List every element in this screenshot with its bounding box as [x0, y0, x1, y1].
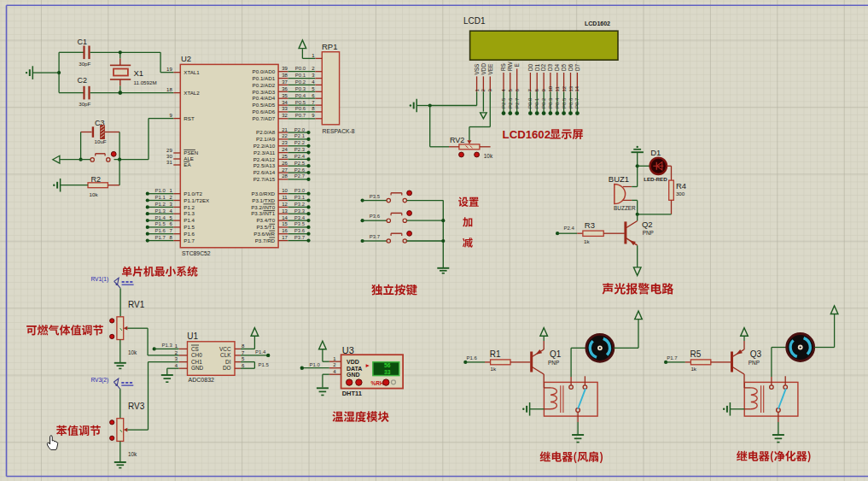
svg-text:U1: U1 [187, 331, 198, 341]
svg-text:P0.3: P0.3 [295, 86, 306, 91]
svg-text:P2.3/A11: P2.3/A11 [253, 150, 276, 155]
svg-text:P1.6: P1.6 [466, 355, 477, 361]
svg-text:EA: EA [184, 161, 191, 167]
svg-text:P2.5/A13: P2.5/A13 [253, 162, 276, 168]
svg-text:P0.7: P0.7 [295, 113, 306, 118]
svg-text:P3.4: P3.4 [294, 215, 306, 220]
svg-text:P3.1: P3.1 [294, 195, 306, 200]
svg-text:CLK: CLK [220, 352, 231, 358]
svg-text:P1.0: P1.0 [155, 188, 166, 193]
svg-text:Q3: Q3 [750, 349, 762, 359]
svg-text:RV1(1): RV1(1) [90, 276, 108, 283]
svg-text:10: 10 [548, 85, 553, 91]
svg-text:30: 30 [166, 154, 172, 159]
svg-text:35: 35 [282, 93, 288, 98]
svg-text:13: 13 [282, 208, 288, 214]
svg-text:DO: DO [223, 365, 231, 371]
svg-text:P3.3: P3.3 [294, 208, 306, 214]
svg-text:P2.5: P2.5 [294, 161, 306, 166]
svg-text:23: 23 [282, 140, 288, 145]
svg-text:D7: D7 [574, 63, 580, 71]
svg-text:28: 28 [282, 173, 288, 179]
svg-text:10k: 10k [128, 349, 137, 355]
svg-text:CS: CS [191, 346, 199, 352]
svg-text:DHT11: DHT11 [342, 390, 362, 397]
svg-text:P2.2: P2.2 [294, 140, 306, 145]
svg-text:P2.5: P2.5 [501, 97, 506, 109]
svg-text:P1.2: P1.2 [184, 204, 195, 210]
svg-text:1k: 1k [690, 366, 696, 372]
svg-text:P0.2: P0.2 [295, 79, 306, 85]
svg-text:P1.7: P1.7 [184, 238, 195, 243]
svg-text:P0.5: P0.5 [295, 100, 306, 105]
svg-text:P3.4/T0: P3.4/T0 [256, 217, 275, 223]
svg-text:U2: U2 [181, 54, 191, 63]
svg-text:10uF: 10uF [95, 138, 107, 144]
svg-text:P1.4: P1.4 [255, 349, 266, 355]
svg-text:RST: RST [184, 115, 195, 121]
svg-text:PSEN: PSEN [184, 150, 198, 155]
svg-text:D0: D0 [527, 63, 533, 71]
svg-text:P3.1/TXD: P3.1/TXD [252, 197, 275, 203]
svg-text:29: 29 [166, 148, 172, 153]
svg-text:15: 15 [282, 221, 288, 226]
svg-text:P0.1: P0.1 [534, 97, 539, 109]
svg-text:21: 21 [282, 127, 288, 132]
svg-text:P2.1: P2.1 [294, 133, 306, 138]
svg-text:VSS: VSS [474, 64, 480, 75]
svg-text:D4: D4 [554, 63, 560, 71]
svg-text:12: 12 [562, 85, 567, 91]
svg-text:D5: D5 [561, 63, 567, 71]
svg-text:P2.0: P2.0 [294, 127, 306, 132]
svg-text:10k: 10k [484, 153, 493, 159]
svg-text:14: 14 [282, 215, 288, 220]
svg-text:P3.6: P3.6 [370, 214, 381, 219]
svg-text:CH0: CH0 [191, 352, 202, 358]
svg-text:P1.5: P1.5 [155, 221, 166, 226]
svg-text:1k: 1k [584, 238, 590, 244]
svg-text:LCD1: LCD1 [463, 16, 486, 26]
svg-text:P2.6/A14: P2.6/A14 [253, 169, 276, 175]
svg-text:ADC0832: ADC0832 [189, 377, 214, 383]
svg-text:10: 10 [282, 188, 288, 193]
svg-text:P2.1/A9: P2.1/A9 [256, 136, 276, 142]
svg-text:P2.6: P2.6 [508, 97, 513, 109]
svg-text:P2.0/A8: P2.0/A8 [256, 129, 276, 135]
svg-text:P3.7/RD: P3.7/RD [255, 238, 276, 243]
svg-text:26: 26 [282, 161, 288, 166]
svg-text:LCD1602: LCD1602 [503, 128, 551, 141]
svg-text:LED-RED: LED-RED [644, 176, 667, 182]
svg-text:VDD: VDD [347, 359, 359, 365]
svg-text:1k: 1k [491, 366, 497, 372]
svg-text:X1: X1 [134, 68, 144, 78]
svg-text:33: 33 [384, 369, 391, 375]
svg-text:56: 56 [384, 362, 391, 368]
svg-text:30pF: 30pF [79, 61, 90, 67]
svg-text:RP1: RP1 [322, 42, 337, 51]
svg-text:P3.2: P3.2 [294, 202, 306, 207]
svg-text:P3.6: P3.6 [294, 228, 306, 233]
svg-text:BUZ1: BUZ1 [609, 174, 629, 184]
svg-text:XTAL1: XTAL1 [184, 69, 200, 75]
svg-text:PNP: PNP [548, 360, 559, 366]
svg-text:300: 300 [676, 191, 685, 197]
svg-text:Q1: Q1 [550, 349, 562, 359]
svg-text:D6: D6 [568, 63, 574, 71]
svg-text:P3.2/INT0: P3.2/INT0 [251, 204, 275, 210]
svg-text:33: 33 [282, 106, 288, 111]
svg-text:P2.3: P2.3 [294, 147, 306, 152]
svg-text:P0.2/AD2: P0.2/AD2 [253, 82, 276, 88]
svg-text:P0.7: P0.7 [574, 97, 580, 109]
svg-text:RV2: RV2 [450, 136, 464, 144]
svg-text:P1.5: P1.5 [184, 224, 195, 230]
svg-text:RV1: RV1 [128, 300, 145, 309]
svg-text:P1.4: P1.4 [155, 215, 166, 220]
svg-text:17: 17 [282, 235, 288, 240]
svg-text:RW: RW [507, 62, 513, 71]
svg-text:P2.4: P2.4 [564, 226, 575, 231]
svg-text:18: 18 [166, 87, 172, 92]
svg-text:P2.4: P2.4 [294, 154, 306, 159]
svg-text:25: 25 [282, 154, 288, 159]
svg-text:39: 39 [282, 66, 288, 71]
svg-text:%RH: %RH [371, 380, 385, 386]
